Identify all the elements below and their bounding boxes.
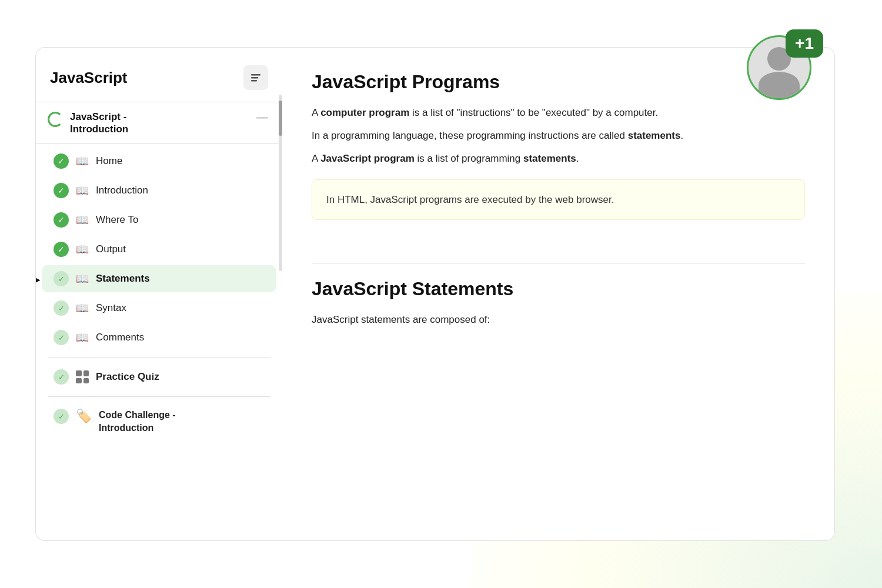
nav-item-comments[interactable]: ✓ 📖 Comments <box>42 324 276 351</box>
check-icon-code-challenge: ✓ <box>54 409 69 424</box>
module-collapse-icon: — <box>256 111 268 124</box>
nav-item-where-to[interactable]: ✓ 📖 Where To <box>42 206 276 233</box>
svg-rect-2 <box>251 80 257 82</box>
check-icon-output: ✓ <box>54 242 69 257</box>
paragraph-programs-1: A computer program is a list of "instruc… <box>312 105 805 122</box>
section-programs: JavaScript Programs A computer program i… <box>312 71 805 232</box>
main-container: JavaScript JavaScrip <box>35 47 835 541</box>
svg-rect-1 <box>251 77 258 79</box>
check-icon-where-to: ✓ <box>54 212 69 228</box>
sidebar-header: JavaScript <box>36 65 282 102</box>
nav-label-where-to: Where To <box>96 214 138 226</box>
svg-rect-0 <box>251 74 260 76</box>
toggle-icon <box>250 72 262 83</box>
code-challenge-label: Code Challenge - Introduction <box>99 409 176 435</box>
check-icon-syntax: ✓ <box>54 300 69 316</box>
book-icon-introduction: 📖 <box>76 184 89 197</box>
cursor-arrow-icon: ▶ <box>35 266 41 291</box>
quiz-grid-icon <box>76 370 89 383</box>
plus-badge: +1 <box>786 29 823 58</box>
sidebar-divider-2 <box>48 396 270 397</box>
nav-label-comments: Comments <box>96 332 144 343</box>
nav-item-statements[interactable]: ✓ 📖 Statements <box>42 265 276 292</box>
active-item-wrapper: ▶ ✓ 📖 Statements <box>36 264 282 293</box>
paragraph-programs-3: A JavaScript program is a list of progra… <box>312 151 805 168</box>
paragraph-statements-1: JavaScript statements are composed of: <box>312 312 805 329</box>
book-icon-home: 📖 <box>76 155 89 168</box>
highlight-box: In HTML, JavaScript programs are execute… <box>312 179 805 220</box>
check-icon-home: ✓ <box>54 153 69 169</box>
page-wrapper: +1 JavaScript <box>0 0 882 588</box>
sidebar: JavaScript JavaScrip <box>35 47 282 541</box>
nav-label-syntax: Syntax <box>96 302 126 314</box>
module-name-line2: Introduction <box>70 123 128 135</box>
book-icon-statements: 📖 <box>76 272 89 285</box>
section-programs-heading: JavaScript Programs <box>312 71 805 93</box>
avatar-body <box>759 72 800 98</box>
code-challenge-icon: 🏷️ <box>76 409 92 424</box>
section-statements: JavaScript Statements JavaScript stateme… <box>312 278 805 335</box>
nav-item-output[interactable]: ✓ 📖 Output <box>42 236 276 263</box>
scrollbar[interactable] <box>279 95 282 271</box>
module-name-line1: JavaScript - <box>70 111 128 123</box>
check-icon-comments: ✓ <box>54 330 69 345</box>
nav-item-code-challenge[interactable]: ✓ 🏷️ Code Challenge - Introduction <box>42 403 276 441</box>
check-icon-introduction: ✓ <box>54 183 69 198</box>
paragraph-programs-2: In a programming language, these program… <box>312 128 805 145</box>
nav-item-home[interactable]: ✓ 📖 Home <box>42 148 276 175</box>
nav-item-syntax[interactable]: ✓ 📖 Syntax <box>42 295 276 322</box>
module-progress-icon-wrap <box>48 111 63 127</box>
user-badge-area: +1 <box>747 35 811 100</box>
progress-circle-icon <box>48 112 63 127</box>
practice-quiz-label: Practice Quiz <box>96 371 159 383</box>
scrollbar-thumb <box>279 101 282 136</box>
module-text: JavaScript - Introduction <box>70 111 128 135</box>
nav-item-introduction[interactable]: ✓ 📖 Introduction <box>42 177 276 204</box>
content-area: JavaScript Programs A computer program i… <box>282 47 835 541</box>
nav-label-home: Home <box>96 155 122 167</box>
module-header-item[interactable]: JavaScript - Introduction — <box>36 102 282 144</box>
check-icon-quiz: ✓ <box>54 369 69 385</box>
book-icon-output: 📖 <box>76 243 89 256</box>
sidebar-title: JavaScript <box>50 69 128 87</box>
nav-label-introduction: Introduction <box>96 185 148 196</box>
sidebar-toggle-button[interactable] <box>243 65 268 90</box>
nav-label-statements: Statements <box>96 273 150 285</box>
section-statements-heading: JavaScript Statements <box>312 278 805 300</box>
content-divider <box>312 263 805 264</box>
nav-item-practice-quiz[interactable]: ✓ Practice Quiz <box>42 363 276 390</box>
book-icon-syntax: 📖 <box>76 302 89 315</box>
sidebar-divider-1 <box>48 357 270 358</box>
check-icon-statements: ✓ <box>54 271 69 286</box>
book-icon-where-to: 📖 <box>76 213 89 226</box>
nav-label-output: Output <box>96 243 126 255</box>
book-icon-comments: 📖 <box>76 331 89 344</box>
